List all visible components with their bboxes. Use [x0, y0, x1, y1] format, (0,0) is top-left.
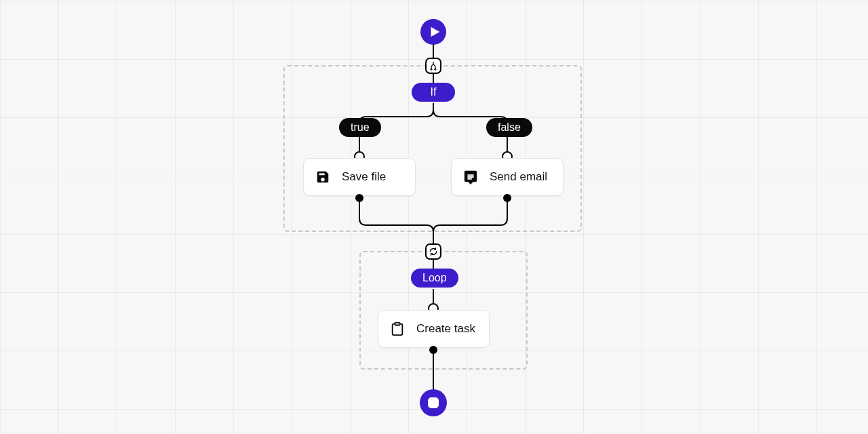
node-create-task[interactable]: Create task — [378, 310, 490, 348]
port-out-false[interactable] — [503, 194, 511, 202]
message-icon — [462, 169, 479, 185]
node-save-file[interactable]: Save file — [303, 158, 416, 196]
branch-true-label: true — [339, 118, 381, 137]
node-send-email[interactable]: Send email — [451, 158, 564, 196]
svg-rect-0 — [395, 323, 399, 326]
stop-icon — [428, 397, 439, 408]
port-out-true[interactable] — [355, 194, 363, 202]
branch-icon — [429, 61, 438, 71]
node-label: Send email — [490, 170, 547, 184]
port-out-loop[interactable] — [429, 346, 437, 354]
save-icon — [315, 169, 331, 185]
node-label: Create task — [416, 322, 475, 336]
refresh-icon — [429, 247, 438, 256]
loop-handle[interactable] — [425, 243, 441, 260]
if-handle[interactable] — [425, 58, 441, 74]
end-node[interactable] — [420, 389, 447, 416]
clipboard-icon — [389, 321, 406, 337]
loop-label: Loop — [411, 269, 458, 288]
play-icon — [427, 24, 442, 39]
node-label: Save file — [342, 170, 386, 184]
if-label: If — [412, 83, 455, 102]
start-node[interactable] — [420, 19, 446, 45]
branch-false-label: false — [486, 118, 532, 137]
